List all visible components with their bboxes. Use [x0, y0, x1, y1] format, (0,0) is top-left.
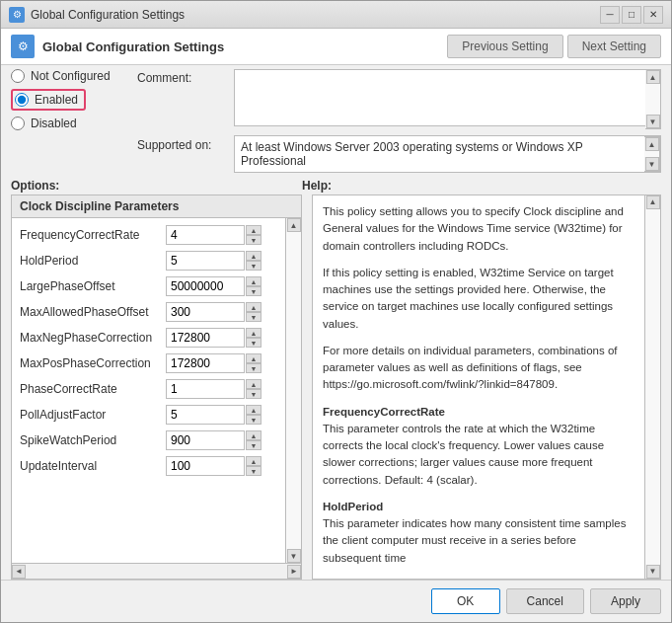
spinner-down[interactable]: ▼ — [246, 235, 261, 245]
help-paragraph: HoldPeriodThis parameter indicates how m… — [323, 499, 640, 567]
comment-label: Comment: — [137, 69, 226, 85]
previous-setting-button[interactable]: Previous Setting — [447, 35, 562, 58]
help-paragraph: FrequencyCorrectRateThis parameter contr… — [323, 404, 640, 489]
header-bar: ⚙ Global Configuration Settings Previous… — [1, 29, 671, 65]
footer: OK Cancel Apply — [1, 580, 671, 622]
supported-label: Supported on: — [137, 135, 226, 152]
spinner-up[interactable]: ▲ — [246, 353, 261, 363]
spinner-down[interactable]: ▼ — [246, 363, 261, 373]
options-scroll-area: FrequencyCorrectRate▲▼HoldPeriod▲▼LargeP… — [12, 218, 301, 563]
apply-button[interactable]: Apply — [590, 588, 661, 614]
spinner-down[interactable]: ▼ — [246, 312, 261, 322]
cancel-button[interactable]: Cancel — [506, 588, 584, 614]
option-value-input[interactable] — [166, 276, 245, 296]
header-icon: ⚙ — [11, 35, 35, 58]
window-icon: ⚙ — [9, 7, 25, 23]
option-value-input[interactable] — [166, 405, 245, 425]
help-inner: This policy setting allows you to specif… — [312, 195, 661, 580]
options-label-container: Options: — [11, 179, 302, 193]
spinner-up[interactable]: ▲ — [246, 430, 261, 440]
option-row: MaxNegPhaseCorrection▲▼ — [12, 325, 301, 350]
options-scroll-left[interactable]: ◄ — [12, 565, 26, 579]
spinner-down[interactable]: ▼ — [246, 415, 261, 425]
option-name: MaxNegPhaseCorrection — [20, 331, 158, 345]
spinner-buttons: ▲▼ — [246, 353, 261, 373]
help-scroll-up[interactable]: ▲ — [646, 195, 660, 209]
minimize-button[interactable]: ─ — [600, 6, 620, 24]
disabled-input[interactable] — [11, 117, 25, 130]
option-value-input[interactable] — [166, 225, 245, 245]
option-name: PhaseCorrectRate — [20, 382, 158, 396]
radio-column: Not Configured Enabled Disabled — [11, 69, 129, 173]
option-row: LargePhaseOffset▲▼ — [12, 273, 301, 299]
scroll-track — [645, 84, 660, 115]
spinner-down[interactable]: ▼ — [246, 389, 261, 399]
ok-button[interactable]: OK — [431, 588, 500, 614]
disabled-radio[interactable]: Disabled — [11, 117, 129, 130]
options-label: Options: — [11, 179, 59, 193]
spinner-buttons: ▲▼ — [246, 276, 261, 296]
supported-scroll-up[interactable]: ▲ — [645, 137, 659, 151]
option-row: MaxAllowedPhaseOffset▲▼ — [12, 299, 301, 325]
spinner-up[interactable]: ▲ — [246, 251, 261, 261]
spinner-down[interactable]: ▼ — [246, 261, 261, 271]
nav-buttons: Previous Setting Next Setting — [447, 35, 661, 58]
option-input-wrapper: ▲▼ — [166, 405, 261, 425]
options-scroll-right[interactable]: ► — [287, 565, 301, 579]
option-value-input[interactable] — [166, 456, 245, 476]
title-bar-controls: ─ □ ✕ — [600, 6, 663, 24]
option-value-input[interactable] — [166, 430, 245, 450]
spinner-up[interactable]: ▲ — [246, 225, 261, 235]
comment-textarea[interactable] — [234, 69, 661, 126]
help-label-container: Help: — [302, 179, 661, 193]
enabled-label: Enabled — [35, 93, 78, 107]
option-value-input[interactable] — [166, 328, 245, 348]
option-value-input[interactable] — [166, 302, 245, 322]
enabled-radio[interactable]: Enabled — [11, 89, 129, 111]
options-scroll-track — [286, 232, 301, 549]
options-scroll-down[interactable]: ▼ — [287, 549, 301, 563]
spinner-down[interactable]: ▼ — [246, 338, 261, 348]
option-name: LargePhaseOffset — [20, 279, 158, 293]
supported-value: At least Windows Server 2003 operating s… — [234, 135, 661, 173]
option-value-input[interactable] — [166, 251, 245, 271]
spinner-up[interactable]: ▲ — [246, 276, 261, 286]
header-title: Global Configuration Settings — [42, 39, 224, 54]
spinner-down[interactable]: ▼ — [246, 466, 261, 476]
close-button[interactable]: ✕ — [643, 6, 663, 24]
spinner-up[interactable]: ▲ — [246, 456, 261, 466]
enabled-input[interactable] — [15, 93, 29, 107]
options-scroll-up[interactable]: ▲ — [287, 218, 301, 232]
spinner-buttons: ▲▼ — [246, 405, 261, 425]
spinner-up[interactable]: ▲ — [246, 328, 261, 338]
spinner-up[interactable]: ▲ — [246, 302, 261, 312]
spinner-up[interactable]: ▲ — [246, 405, 261, 415]
option-row: MaxPosPhaseCorrection▲▼ — [12, 350, 301, 376]
spinner-down[interactable]: ▼ — [246, 286, 261, 296]
option-input-wrapper: ▲▼ — [166, 225, 261, 245]
option-row: FrequencyCorrectRate▲▼ — [12, 222, 301, 248]
scroll-down-arrow[interactable]: ▼ — [646, 115, 660, 128]
help-scrollbar: ▲ ▼ — [644, 195, 660, 579]
spinner-down[interactable]: ▼ — [246, 440, 261, 450]
not-configured-radio[interactable]: Not Configured — [11, 69, 129, 83]
option-input-wrapper: ▲▼ — [166, 251, 261, 271]
option-input-wrapper: ▲▼ — [166, 456, 261, 476]
option-row: PollAdjustFactor▲▼ — [12, 402, 301, 428]
next-setting-button[interactable]: Next Setting — [567, 35, 661, 58]
supported-scrollbar: ▲ ▼ — [644, 136, 660, 172]
spinner-up[interactable]: ▲ — [246, 379, 261, 389]
maximize-button[interactable]: □ — [622, 6, 641, 24]
scroll-up-arrow[interactable]: ▲ — [646, 70, 660, 84]
option-value-input[interactable] — [166, 379, 245, 399]
option-input-wrapper: ▲▼ — [166, 430, 261, 450]
help-scroll-down[interactable]: ▼ — [646, 565, 660, 579]
options-inner: Clock Discipline Parameters FrequencyCor… — [11, 195, 302, 580]
help-paragraph: If this policy setting is enabled, W32ti… — [323, 265, 640, 333]
option-input-wrapper: ▲▼ — [166, 328, 261, 348]
help-label: Help: — [302, 179, 332, 193]
help-paragraph: For more details on individual parameter… — [323, 343, 640, 394]
option-value-input[interactable] — [166, 353, 245, 373]
supported-scroll-down[interactable]: ▼ — [645, 157, 659, 171]
not-configured-input[interactable] — [11, 69, 25, 83]
